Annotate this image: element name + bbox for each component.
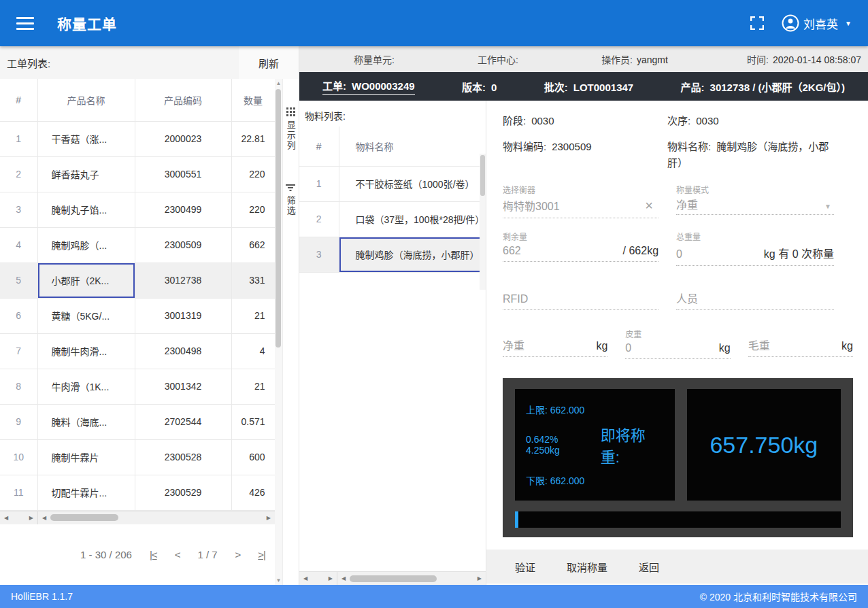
net-weight-input[interactable] — [503, 340, 596, 352]
app-window: 称量工单 刘喜英 ▼ 工单列表: 刷新 — [0, 0, 868, 608]
scroll-right-icon[interactable]: ▶ — [329, 575, 333, 581]
filter-button[interactable]: 筛选 — [284, 184, 297, 216]
app-version: HolliEBR 1.1.7 — [11, 591, 73, 602]
gross-weight-input[interactable] — [748, 340, 841, 352]
prev-page-button[interactable]: < — [175, 549, 180, 560]
cancel-weigh-button[interactable]: 取消称量 — [567, 560, 607, 574]
show-columns-button[interactable]: 显示列 — [284, 107, 297, 151]
filter-icon — [286, 184, 295, 192]
user-name: 刘喜英 — [803, 15, 838, 32]
app-footer: HolliEBR 1.1.7 © 2020 北京和利时智能技术有限公司 — [0, 585, 868, 608]
avatar-icon — [782, 14, 799, 32]
material-table: # 物料名称 1不干胶标签纸（1000张/卷） 2口袋（37型，100根*28把… — [299, 126, 486, 273]
frozen-col-hscrollbar: ◀ ▶ — [299, 572, 337, 585]
table-header-row: # 物料名称 — [299, 126, 486, 166]
total-weight-label: 总重量 — [676, 231, 834, 242]
order-summary-bar: 工单:WO00003249 版本:0 批次:LOT0001347 产品:3012… — [299, 72, 868, 101]
remaining-label: 剩余量 — [503, 231, 658, 242]
table-row[interactable]: 2鲜香菇丸子3000551220 — [0, 156, 275, 192]
clear-icon[interactable]: × — [645, 198, 653, 214]
weight-progress-fill — [515, 511, 518, 528]
work-order-list-title: 工单列表: — [0, 56, 50, 70]
chevron-down-icon: ▼ — [845, 20, 852, 27]
table-row[interactable]: 3腌制丸子馅...2300499220 — [0, 192, 275, 227]
scroll-down-icon[interactable]: ▼ — [276, 577, 281, 584]
material-code-label: 物料编码: — [503, 141, 546, 152]
app-header: 称量工单 刘喜英 ▼ — [0, 0, 868, 46]
scroll-left-icon[interactable]: ◀ — [303, 575, 307, 581]
material-list-panel: 物料列表: # 物料名称 1不干胶标签纸（1000张/卷） 2口袋（37型，10… — [299, 101, 486, 585]
table-row[interactable]: 1干香菇（涨...200002322.81 — [0, 121, 275, 156]
rfid-input[interactable] — [503, 293, 658, 305]
work-order-table: # 产品名称 产品编码 数量 1干香菇（涨...200002322.81 2鲜香… — [0, 79, 276, 511]
last-page-button[interactable]: >| — [258, 549, 265, 560]
scroll-right-icon[interactable]: ▶ — [29, 515, 33, 521]
weight-progress-bar — [515, 511, 841, 528]
table-row[interactable]: 11切配牛霖片...2300529426 — [0, 475, 275, 510]
hscrollbar-thumb[interactable] — [350, 575, 437, 582]
col-product-name: 产品名称 — [37, 79, 135, 121]
table-tools-strip: 显示列 筛选 — [282, 79, 299, 585]
scroll-left-icon[interactable]: ◀ — [42, 515, 46, 521]
col-qty: 数量 — [231, 79, 275, 121]
hscrollbar-thumb[interactable] — [50, 514, 118, 521]
work-order-panel: 工单列表: 刷新 # 产品名称 产品编码 数量 1干香菇（涨...2000023… — [0, 46, 299, 585]
next-page-button[interactable]: > — [235, 549, 241, 560]
tare-input[interactable] — [625, 342, 718, 354]
lower-limit-value: 662.000 — [550, 475, 585, 486]
time-value: 2020-01-14 08:58:07 — [773, 54, 861, 65]
person-input[interactable] — [676, 293, 834, 305]
table-row-selected[interactable]: 3腌制鸡胗（海底捞，小郡肝） — [299, 237, 486, 272]
vscrollbar-thumb[interactable] — [480, 155, 485, 196]
menu-icon[interactable] — [16, 17, 34, 30]
remaining-input[interactable] — [503, 245, 623, 257]
table-row[interactable]: 10腌制牛霖片2300528600 — [0, 439, 275, 475]
table-row[interactable]: 1不干胶标签纸（1000张/卷） — [299, 166, 486, 201]
lot-value: LOT0001347 — [573, 82, 633, 93]
scale-display: 上限: 662.000 0.642% 4.250kg 即将称重: 下限: 662… — [503, 378, 853, 537]
scale-select-input[interactable] — [503, 199, 645, 212]
scroll-right-icon[interactable]: ▶ — [478, 575, 482, 581]
weigh-unit-label: 称量单元: — [354, 54, 395, 65]
table-row[interactable]: 4腌制鸡胗（...2300509662 — [0, 227, 275, 263]
tolerance-value: 0.642% 4.250kg — [526, 434, 594, 456]
time-label: 时间: — [747, 54, 769, 65]
limits-display: 上限: 662.000 0.642% 4.250kg 即将称重: 下限: 662… — [515, 389, 675, 501]
upper-limit-value: 662.000 — [550, 405, 585, 416]
copyright: © 2020 北京和利时智能技术有限公司 — [700, 590, 857, 603]
session-info-bar: 称量单元: 工作中心: 操作员:yangmt 时间:2020-01-14 08:… — [299, 46, 868, 72]
material-vscrollbar — [480, 154, 486, 290]
scroll-left-icon[interactable]: ◀ — [341, 575, 346, 581]
page-indicator: 1 / 7 — [197, 549, 217, 560]
refresh-button[interactable]: 刷新 — [239, 46, 299, 79]
chevron-down-icon[interactable]: ▼ — [824, 203, 831, 210]
scroll-right-icon[interactable]: ▶ — [267, 515, 271, 521]
scroll-up-icon[interactable]: ▲ — [276, 80, 281, 86]
total-weight-input[interactable] — [676, 248, 764, 260]
table-header-row: # 产品名称 产品编码 数量 — [0, 79, 275, 121]
work-order-link[interactable]: 工单:WO00003249 — [322, 78, 415, 95]
first-page-button[interactable]: |< — [150, 549, 157, 560]
net-unit: kg — [596, 340, 607, 352]
pagination: 1 - 30 / 206 |< < 1 / 7 > >| — [0, 524, 275, 586]
vscrollbar-thumb[interactable] — [276, 89, 281, 348]
table-row[interactable]: 2口袋（37型，100根*28把/件） — [299, 201, 486, 237]
user-menu[interactable]: 刘喜英 ▼ — [782, 14, 852, 32]
scroll-left-icon[interactable]: ◀ — [4, 515, 8, 521]
product-label: 产品: — [681, 82, 705, 93]
version-label: 版本: — [462, 82, 486, 93]
table-row[interactable]: 9腌料（海底...27025440.571 — [0, 404, 275, 439]
table-row[interactable]: 8牛肉滑（1K...300134221 — [0, 369, 275, 404]
table-row[interactable]: 6黄糖（5KG/...300131921 — [0, 298, 275, 333]
table-row-selected[interactable]: 5小郡肝（2K...3012738331 — [0, 263, 275, 298]
weigh-mode-select[interactable] — [676, 198, 824, 210]
weigh-mode-label: 称量模式 — [676, 184, 834, 195]
tare-label: 皮重 — [625, 328, 730, 339]
back-button[interactable]: 返回 — [639, 560, 659, 574]
lot-label: 批次: — [544, 82, 568, 93]
table-row[interactable]: 7腌制牛肉滑...23004984 — [0, 333, 275, 369]
work-order-number: WO00003249 — [352, 80, 415, 92]
verify-button[interactable]: 验证 — [515, 560, 535, 574]
fullscreen-icon[interactable] — [750, 16, 764, 30]
weigh-prompt: 即将称重: — [601, 423, 664, 467]
